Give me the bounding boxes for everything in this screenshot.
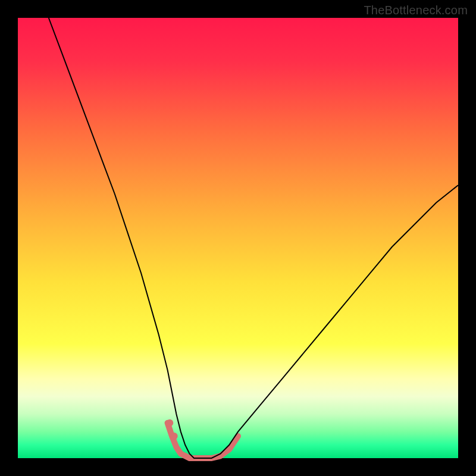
chart-stage: TheBottleneck.com [0, 0, 476, 476]
watermark-text: TheBottleneck.com [364, 4, 468, 17]
accent-dot [171, 433, 178, 440]
bottleneck-curve [49, 18, 458, 458]
accent-valley-segment [168, 423, 238, 458]
curve-layer [0, 0, 476, 476]
accent-dot [166, 419, 173, 427]
